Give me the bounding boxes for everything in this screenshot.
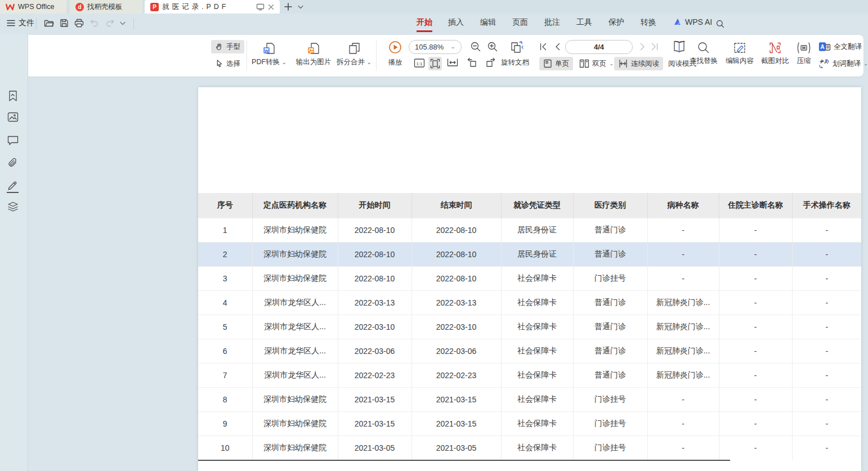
full-translate-button[interactable]: A 全文翻译 [818, 42, 862, 52]
table-cell: 普通门诊 [573, 363, 647, 387]
window-tab-bar: WPS Office d 找稻壳模板 P 就医记录.PDF [0, 0, 868, 14]
table-row: 4深圳市龙华区人...2022-03-132022-03-13社会保障卡普通门诊… [198, 290, 861, 315]
table-cell: - [792, 436, 861, 460]
screen-cast-icon[interactable] [256, 3, 265, 11]
layers-icon[interactable] [7, 201, 19, 213]
rotate-doc-button[interactable]: 旋转文档 [501, 58, 529, 68]
continuous-read-button[interactable]: 连续阅读 [614, 57, 663, 70]
single-page-label: 单页 [555, 59, 569, 69]
fit-width-button[interactable] [447, 58, 458, 67]
table-cell: 社会保障卡 [501, 290, 573, 315]
table-cell: 门诊挂号 [573, 387, 647, 411]
comment-icon[interactable] [7, 136, 19, 145]
table-cell: - [719, 363, 792, 387]
table-cell: 2022-08-10 [338, 218, 411, 242]
table-cell: 新冠肺炎门诊... [647, 339, 719, 363]
zoom-out-icon[interactable] [471, 42, 481, 52]
last-page-icon[interactable] [651, 43, 659, 51]
rotate-doc-label: 旋转文档 [501, 58, 529, 68]
undo-history-chevron-icon[interactable] [120, 21, 126, 25]
file-menu-button[interactable]: 文件 [7, 18, 34, 28]
close-tab-icon[interactable] [268, 4, 274, 10]
hand-tool-label: 手型 [226, 42, 240, 52]
new-tab-icon[interactable] [284, 3, 292, 11]
thumbnail-image-icon[interactable] [7, 112, 19, 122]
next-page-icon[interactable] [639, 43, 646, 51]
fit-page-button[interactable] [428, 57, 442, 70]
prev-page-icon[interactable] [554, 43, 561, 51]
zoom-in-icon[interactable] [487, 42, 498, 52]
menu-tab-wps-ai[interactable]: WPS AI [673, 17, 712, 26]
open-file-icon[interactable] [44, 19, 54, 28]
zoom-chevron-icon: ⌄ [450, 44, 455, 50]
table-cell: 深圳市妇幼保健院 [252, 218, 338, 242]
menu-tab-page[interactable]: 页面 [512, 17, 528, 28]
table-cell: 2022-03-06 [338, 339, 411, 363]
tab-document-active[interactable]: P 就医记录.PDF [145, 0, 280, 14]
play-label: 播放 [388, 58, 402, 68]
table-cell: - [792, 266, 861, 290]
split-merge-button[interactable]: 拆分合并 ⌄ [332, 42, 376, 67]
continuous-read-icon [618, 59, 628, 68]
menu-tab-comment[interactable]: 批注 [544, 17, 560, 28]
export-image-button[interactable]: 输出为图片 [292, 42, 335, 67]
bookmark-icon[interactable] [7, 90, 19, 102]
menu-tab-convert[interactable]: 转换 [641, 17, 656, 28]
menu-tab-tools[interactable]: 工具 [576, 17, 592, 28]
menu-tab-insert[interactable]: 插入 [448, 17, 464, 28]
table-cell: - [792, 315, 861, 339]
save-icon[interactable] [60, 19, 69, 28]
pdf-convert-button[interactable]: W PDF转换 ⌄ [247, 42, 291, 67]
rotate-left-button[interactable] [466, 57, 478, 68]
pdf-page: 序号定点医药机构名称开始时间结束时间就诊凭证类型医疗类别病种名称住院主诊断名称手… [198, 87, 861, 471]
compress-button[interactable]: 压缩 [785, 42, 823, 66]
menu-tab-home[interactable]: 开始 [417, 17, 432, 28]
play-button[interactable] [384, 41, 406, 54]
table-cell: 深圳市妇幼保健院 [252, 411, 338, 436]
compress-label: 压缩 [797, 56, 811, 66]
tab-home-label: WPS Office [18, 3, 54, 11]
double-page-button[interactable]: 双页 ⌄ [575, 57, 618, 70]
page-number-input[interactable]: 4/4 [565, 40, 633, 54]
tab-list-chevron-icon[interactable] [298, 5, 303, 9]
signature-pen-icon[interactable] [7, 180, 19, 190]
actual-size-button[interactable]: 1:1 [414, 58, 425, 68]
zoom-level-select[interactable]: 105.88% ⌄ [409, 40, 462, 54]
redo-icon[interactable] [105, 19, 115, 27]
undo-icon[interactable] [90, 19, 99, 27]
table-cell: - [719, 387, 792, 411]
menu-search-icon[interactable] [716, 20, 724, 28]
first-page-icon[interactable] [539, 43, 547, 51]
hand-tool-button[interactable]: 手型 [211, 40, 244, 53]
table-cell: - [719, 339, 792, 363]
table-cell: - [792, 363, 861, 387]
table-cell: 门诊挂号 [573, 436, 647, 460]
table-cell: 2022-08-10 [338, 266, 411, 290]
play-label-button[interactable]: 播放 [384, 58, 406, 68]
table-cell: - [792, 339, 861, 363]
word-translate-button[interactable]: A 划词翻译 ⌄ [818, 59, 868, 69]
svg-text:W: W [265, 48, 269, 53]
attachment-icon[interactable] [7, 158, 19, 168]
wps-ai-icon [673, 18, 682, 26]
table-cell: 2021-03-05 [338, 436, 411, 460]
full-translate-icon: A [818, 42, 831, 52]
table-cell: 新冠肺炎门诊... [647, 363, 719, 387]
swap-pages-icon[interactable] [510, 41, 525, 54]
table-cell: 普通门诊 [573, 242, 647, 266]
table-cell: 社会保障卡 [501, 411, 573, 436]
menu-tab-edit[interactable]: 编辑 [480, 17, 496, 28]
tab-wps-home[interactable]: WPS Office [0, 0, 66, 14]
rotate-right-button[interactable] [484, 57, 496, 68]
select-tool-button[interactable]: 选择 [211, 57, 244, 70]
table-header-cell: 手术操作名称 [792, 193, 861, 218]
table-cell: 2022-08-10 [338, 242, 411, 266]
menu-tab-protect[interactable]: 保护 [609, 17, 624, 28]
single-page-button[interactable]: 单页 [539, 57, 573, 70]
tab-docer-templates[interactable]: d 找稻壳模板 [70, 0, 142, 14]
table-cell: 1 [198, 218, 252, 242]
print-icon[interactable] [74, 19, 84, 28]
table-cell: - [719, 411, 792, 436]
tab-doc-label: 就医记录.PDF [162, 2, 229, 12]
table-cell: 2022-02-23 [338, 363, 411, 387]
